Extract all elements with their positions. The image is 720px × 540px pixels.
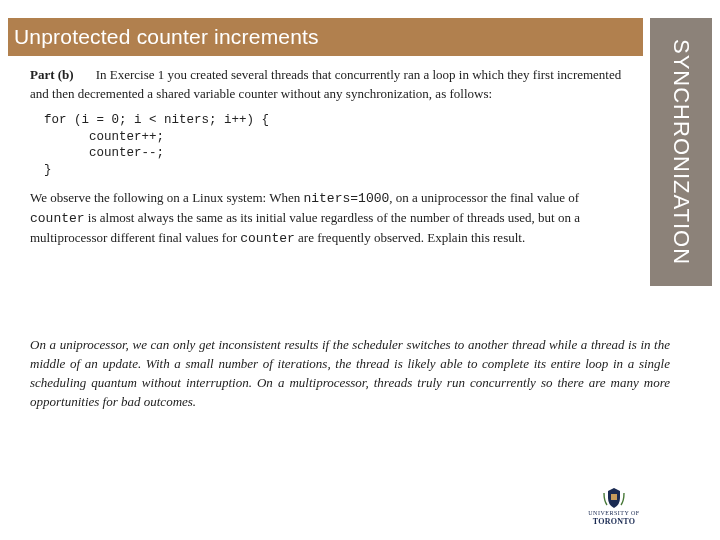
section-sidebar: SYNCHRONIZATION (650, 18, 712, 286)
obs-tt-counter-1: counter (30, 211, 85, 226)
section-label: SYNCHRONIZATION (668, 39, 694, 265)
logo-line1: UNIVERSITY OF (584, 510, 644, 517)
code-block: for (i = 0; i < niters; i++) { counter++… (44, 112, 630, 180)
observation-paragraph: We observe the following on a Linux syst… (30, 189, 630, 249)
crest-icon (601, 487, 627, 509)
svg-rect-0 (611, 494, 617, 500)
content-area: Part (b)In Exercise 1 you created severa… (30, 66, 630, 249)
title-bar: Unprotected counter increments (8, 18, 643, 56)
answer-paragraph: On a uniprocessor, we can only get incon… (30, 336, 670, 411)
university-logo: UNIVERSITY OF TORONTO (584, 487, 644, 526)
part-label: Part (b) (30, 67, 74, 82)
obs-tt-niters: niters=1000 (303, 191, 389, 206)
slide-title: Unprotected counter increments (8, 25, 319, 49)
slide-container: Unprotected counter increments SYNCHRONI… (8, 18, 712, 532)
intro-text: In Exercise 1 you created several thread… (30, 67, 621, 101)
obs-tt-counter-2: counter (240, 231, 295, 246)
part-heading-row: Part (b)In Exercise 1 you created severa… (30, 66, 630, 104)
obs-text-a: We observe the following on a Linux syst… (30, 190, 303, 205)
logo-line2: TORONTO (584, 517, 644, 526)
obs-text-b: , on a uniprocessor the final value of (389, 190, 579, 205)
obs-text-d: are frequently observed. Explain this re… (295, 230, 525, 245)
